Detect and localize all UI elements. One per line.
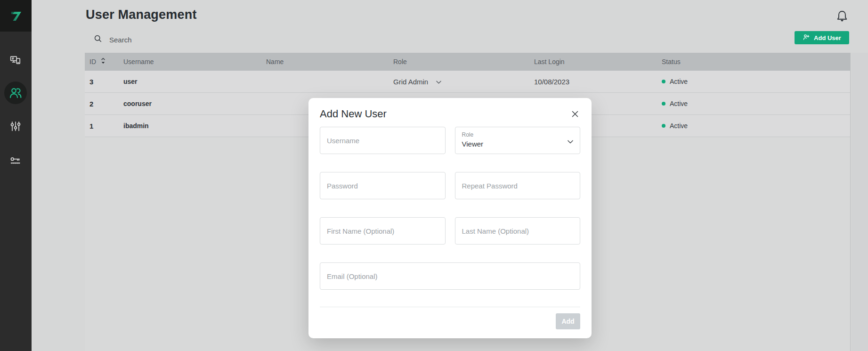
- chevron-down-icon: [567, 138, 574, 146]
- last-name-field[interactable]: [455, 217, 581, 245]
- users-icon: [8, 86, 23, 100]
- cell-id: 1: [85, 122, 123, 130]
- bell-icon: [835, 9, 849, 25]
- status-dot: [662, 102, 665, 106]
- close-button[interactable]: [570, 109, 580, 121]
- person-add-icon: [803, 33, 810, 42]
- cell-username: user: [123, 78, 266, 85]
- key-icon: [9, 155, 22, 167]
- add-new-user-modal: Add New User Role Viewer Add: [308, 98, 592, 338]
- sliders-icon: [9, 120, 22, 132]
- table-header-row: ID Username Name Role Last Login Status: [85, 53, 850, 71]
- sidebar-item-devices[interactable]: [4, 49, 27, 72]
- sidebar: [0, 0, 32, 351]
- role-select-value: Viewer: [462, 140, 574, 148]
- notifications-button[interactable]: [834, 8, 851, 25]
- repeat-password-field[interactable]: [455, 172, 581, 199]
- role-select-label: Role: [462, 131, 574, 138]
- modal-title: Add New User: [320, 108, 387, 120]
- column-header-username[interactable]: Username: [123, 58, 266, 65]
- column-header-status[interactable]: Status: [662, 58, 850, 65]
- devices-icon: [9, 54, 22, 66]
- sort-icon[interactable]: [100, 57, 106, 66]
- search-bar: [93, 34, 291, 45]
- cell-username: ibadmin: [123, 122, 266, 130]
- password-field[interactable]: [320, 172, 446, 199]
- status-dot: [662, 124, 665, 128]
- status-badge: Active: [662, 122, 850, 130]
- username-field[interactable]: [320, 127, 446, 154]
- column-header-name[interactable]: Name: [266, 58, 393, 65]
- page-title: User Management: [86, 8, 197, 22]
- cell-last-login: 10/08/2023: [534, 78, 662, 86]
- role-select[interactable]: Role Viewer: [455, 127, 581, 154]
- add-user-form: Role Viewer: [320, 127, 580, 290]
- status-badge: Active: [662, 100, 850, 107]
- close-icon: [571, 113, 579, 120]
- cell-id: 3: [85, 78, 123, 86]
- column-header-lastlogin[interactable]: Last Login: [534, 58, 662, 65]
- email-field[interactable]: [320, 262, 580, 290]
- sidebar-item-settings[interactable]: [4, 115, 27, 138]
- status-badge: Active: [662, 78, 850, 85]
- column-header-role[interactable]: Role: [393, 58, 534, 65]
- add-user-button[interactable]: Add User: [795, 31, 849, 44]
- sidebar-item-users[interactable]: [4, 82, 27, 104]
- logo-icon: [8, 7, 24, 25]
- table-row[interactable]: 3 user Grid Admin 10/08/2023 Active: [85, 71, 850, 93]
- sidebar-item-keys[interactable]: [4, 150, 27, 172]
- search-icon: [93, 34, 103, 45]
- first-name-field[interactable]: [320, 217, 446, 245]
- status-dot: [662, 80, 665, 83]
- cell-id: 2: [85, 100, 123, 108]
- add-user-label: Add User: [814, 34, 841, 41]
- content-gutter: [851, 53, 868, 351]
- app-logo[interactable]: [0, 0, 32, 32]
- chevron-down-icon: [436, 78, 442, 86]
- column-header-id[interactable]: ID: [85, 57, 123, 66]
- search-input[interactable]: [109, 36, 279, 44]
- role-dropdown[interactable]: Grid Admin: [393, 78, 442, 86]
- cell-username: cooruser: [123, 100, 266, 107]
- add-submit-button[interactable]: Add: [556, 313, 580, 329]
